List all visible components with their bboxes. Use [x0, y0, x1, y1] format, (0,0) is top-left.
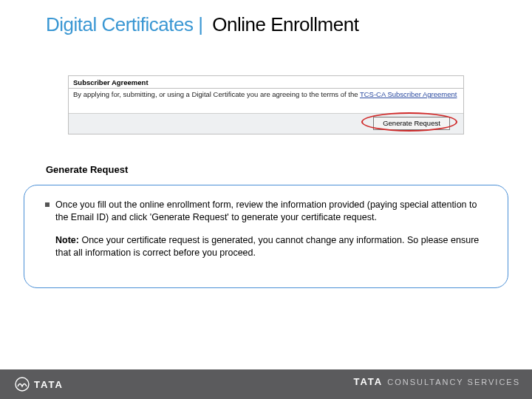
page-title: Digital Certificates | Online Enrollment: [46, 13, 358, 36]
slide: Digital Certificates | Online Enrollment…: [0, 0, 532, 399]
agreement-link[interactable]: TCS-CA Subscriber Agreement: [360, 90, 457, 98]
agreement-body: By applying for, submitting, or using a …: [69, 89, 463, 100]
footer-bar: TATA TATA CONSULTANCY SERVICES: [0, 369, 532, 399]
section-title: Generate Request: [46, 164, 128, 175]
title-separator: |: [198, 13, 202, 35]
footer-left-logo: TATA: [15, 377, 64, 392]
info-box: Once you fill out the online enrollment …: [24, 185, 508, 288]
bullet-text: Once you fill out the online enrollment …: [55, 199, 487, 224]
agreement-header: Subscriber Agreement: [69, 76, 463, 89]
footer-right-sub: CONSULTANCY SERVICES: [387, 378, 520, 386]
footer-right-brand: TATA: [353, 376, 383, 387]
footer-left-brand: TATA: [34, 379, 64, 390]
bullet-square-icon: [45, 202, 50, 207]
note: Note: Once your certificate request is g…: [55, 234, 487, 259]
agreement-text: By applying for, submitting, or using a …: [73, 90, 360, 98]
title-part2: Online Enrollment: [212, 13, 358, 35]
generate-request-button[interactable]: Generate Request: [373, 117, 450, 130]
bullet-item: Once you fill out the online enrollment …: [45, 199, 487, 224]
note-text: Once your certificate request is generat…: [55, 235, 479, 258]
svg-point-0: [16, 378, 29, 391]
footer-right-logo: TATA CONSULTANCY SERVICES: [353, 376, 520, 387]
note-label: Note:: [55, 235, 79, 245]
button-bar: Generate Request: [69, 113, 463, 134]
embedded-screenshot: Subscriber Agreement By applying for, su…: [68, 75, 464, 134]
title-part1: Digital Certificates: [46, 13, 194, 35]
tata-mark-icon: [15, 377, 30, 392]
